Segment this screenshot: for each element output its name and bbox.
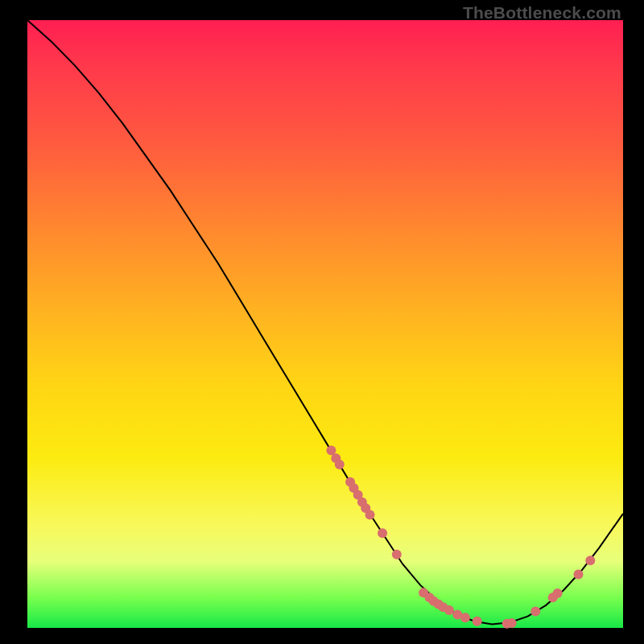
- watermark-text: TheBottleneck.com: [463, 3, 621, 23]
- plot-area: [27, 20, 623, 628]
- chart-frame: TheBottleneck.com: [0, 0, 644, 644]
- data-point: [553, 588, 563, 598]
- data-point: [507, 618, 517, 628]
- scatter-markers: [326, 446, 595, 629]
- data-point: [335, 460, 345, 469]
- data-point: [378, 528, 387, 538]
- bottleneck-curve: [27, 20, 623, 624]
- data-point: [444, 605, 454, 615]
- data-point: [574, 570, 584, 580]
- data-point: [530, 607, 540, 617]
- data-point: [473, 617, 482, 626]
- data-point: [365, 510, 375, 520]
- data-point: [585, 555, 595, 565]
- data-point: [392, 550, 402, 559]
- data-point: [460, 613, 470, 622]
- curve-layer: [27, 20, 623, 628]
